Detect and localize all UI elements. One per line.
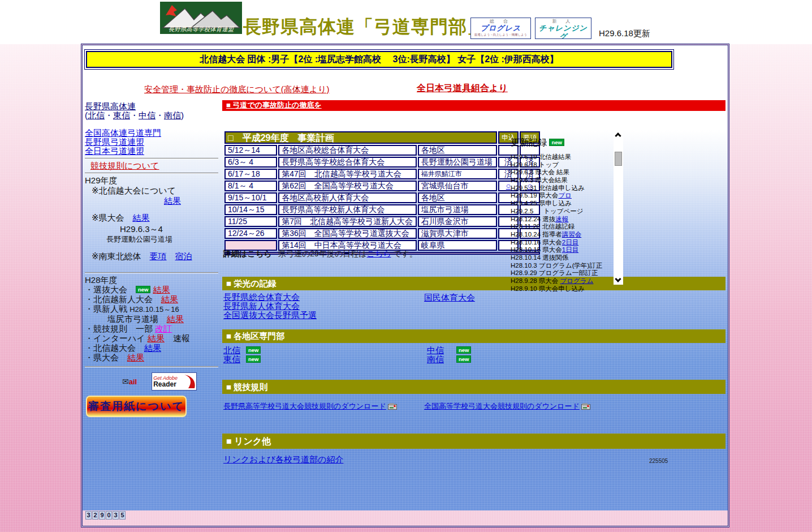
district-links-left: 北信new 東信new <box>223 346 261 364</box>
banner-progress[interactable]: 総 合 プログレス 前進しよう・向上しよう・飛躍しよう <box>470 18 531 39</box>
update-entry: H28.9.28 県大会 プログラム <box>511 277 698 285</box>
detail-text: 県弓連の29年度の日程はこちら です。 <box>278 249 417 259</box>
update-link[interactable]: プロ <box>558 192 572 199</box>
h28-kentaikai-label: ・県大会 <box>85 353 119 362</box>
update-link[interactable]: 2日目 <box>562 239 578 246</box>
new-badge: new <box>456 346 471 354</box>
districts-section-header: ■ 各地区専門部 <box>222 329 725 343</box>
download-icon <box>581 403 590 410</box>
banner-challenging[interactable]: 新 人 チャレンジング 挑戦的に・意欲的に・やりがいを求めよう <box>535 18 591 39</box>
accident-prevention-banner: ■ 弓道での事故防止の徹底を <box>222 100 725 111</box>
adobe-reader-button[interactable]: Get Adobe Reader <box>152 372 197 391</box>
update-entry: H28.9.29 プログラム一部訂正 <box>511 269 698 277</box>
new-badge: new <box>246 355 261 363</box>
update-text: H29.6.18 トップ <box>511 161 559 168</box>
update-entry: H29.6.3 県大会 結果 <box>511 168 698 176</box>
h28-kentaikai-result-link[interactable]: 結果 <box>127 353 144 362</box>
h28-hokushinetsu-taikai-result-link[interactable]: 結果 <box>144 343 161 353</box>
dot-separator: ・ <box>293 84 300 94</box>
h28-year-label: H28年度 <box>85 276 222 285</box>
h29-kentaikai-label: ※県大会 <box>92 213 124 222</box>
update-entry: H29.6.3 県大会結果 <box>511 176 698 184</box>
h29-nantohoku-yoko-link[interactable]: 要項 <box>150 251 167 261</box>
schedule-row: 11/25第7回 北信越高等学校弓道新人大会石川県金沢市 <box>224 216 540 227</box>
apply-circle-link[interactable]: ○ <box>506 181 511 190</box>
banner-progress-main: プログレス <box>471 24 530 32</box>
rules-download-zenkoku-link[interactable]: 全国高等学校弓道大会競技規則のダウンロード <box>424 402 580 410</box>
glory-links-left: 長野県総合体育大会長野県新人体育大会全国選抜大会長野県予選 <box>223 293 317 320</box>
update-text: H29.6.3 県大会結果 <box>511 177 568 183</box>
update-link[interactable]: 1日目 <box>562 246 578 253</box>
region-link-hokushin[interactable]: 北信 <box>88 110 105 120</box>
sidebar-link-kenkyudo[interactable]: 長野県弓道連盟 <box>85 137 144 147</box>
sidebar-link-koutairen[interactable]: 長野県高体連 <box>85 101 136 111</box>
update-text: H29.4.25 県申し込み <box>511 200 572 207</box>
h28-kenshinjin-result-link[interactable]: 結果 <box>167 314 184 324</box>
update-entry: H28.12.24 選抜速報 <box>511 215 698 223</box>
glory-link[interactable]: 長野県総合体育大会 <box>223 292 300 302</box>
adobe-reader-label: Reader <box>153 381 184 388</box>
scroll-down-icon[interactable] <box>615 276 621 282</box>
h29-nantohoku-shukuhaku-link[interactable]: 宿泊 <box>175 251 192 261</box>
download-icon <box>388 403 397 410</box>
district-link-toshin[interactable]: 東信 <box>223 354 240 364</box>
mail-icon[interactable]: ✉ail <box>122 377 137 387</box>
banner-progress-slogan: 前進しよう・向上しよう・飛躍しよう <box>474 32 528 36</box>
kyudogu-union-link[interactable]: 全日本弓道具組合より <box>417 83 508 95</box>
region-link-toshin[interactable]: 東信 <box>113 110 130 120</box>
update-log-title-text: 更新記録 <box>511 138 547 147</box>
update-entry: H28.10.16 県大会2日目 <box>511 238 698 246</box>
update-text: H28.9.10 県大会申し込み <box>511 285 585 292</box>
update-link[interactable]: プログラム <box>560 277 594 284</box>
sidebar-link-zennihon-kyudo[interactable]: 全日本弓道連盟 <box>85 146 144 156</box>
shinsa-button[interactable]: 審査用紙について <box>86 396 187 417</box>
links-section-header: ■ リンク他 <box>222 434 725 449</box>
update-entry: H29.2.5 トップページ <box>511 207 698 215</box>
update-entry: H28.10.3 プログラム(学年)訂正 <box>511 261 698 269</box>
update-text: H28.9.28 県大会 <box>511 277 560 284</box>
glory-link[interactable]: 全国選抜大会長野県予選 <box>223 310 317 320</box>
schedule-table: □ 平成29年度 事業計画 申込 要項 5/12～14各地区高校総合体育大会各地… <box>223 130 541 256</box>
h28-hokushinetsu-shinjin-result-link[interactable]: 結果 <box>161 294 178 304</box>
h28-interhigh-result-link[interactable]: 結果 <box>148 333 165 343</box>
h28-senbatsu-label: ・選抜大会 <box>85 285 127 294</box>
glory-link-kokutai[interactable]: 国民体育大会 <box>424 293 475 302</box>
scrollbar-thumb[interactable] <box>615 152 622 166</box>
detail-kochira-link[interactable]: こちら <box>367 249 391 258</box>
counter-digit: 0 <box>106 511 112 520</box>
h28-sokuho-label: 速報 <box>173 333 190 343</box>
update-log-scrollbar[interactable] <box>614 130 623 285</box>
glory-link[interactable]: 長野県新人体育大会 <box>223 301 300 311</box>
region-link-chushin[interactable]: 中信 <box>139 110 156 120</box>
district-link-hokushin[interactable]: 北信 <box>223 345 240 355</box>
new-badge: new <box>246 346 261 354</box>
update-text: H28.10.16 県大会 <box>511 239 562 246</box>
mail-label: ail <box>129 377 137 386</box>
scroll-up-icon[interactable] <box>615 132 621 139</box>
schedule-row: 8/1～ 4第62回 全国高等学校弓道大会宮城県仙台市○○ <box>224 181 540 191</box>
schedule-row: 12/24～26第36回 全国高等学校弓道選抜大会滋賀県大津市 <box>224 228 540 239</box>
safety-link[interactable]: 安全管理・事故防止の徹底について(高体連より) <box>144 84 329 95</box>
region-link-nanshin[interactable]: 南信 <box>164 110 181 120</box>
update-text: H28.12.24 選抜 <box>511 216 555 222</box>
federation-logo[interactable]: 長野県高等学校体育連盟 <box>160 2 242 34</box>
h28-kaitei-link[interactable]: 改訂 <box>155 324 172 333</box>
new-badge: new <box>136 286 150 293</box>
rules-download-nagano-link[interactable]: 長野県高等学校弓道大会競技規則のダウンロード <box>223 402 386 410</box>
h29-hokushinetsu-result-link[interactable]: 結果 <box>164 196 181 205</box>
h29-kentaikai-venue: 長野運動公園弓道場 <box>106 235 222 244</box>
update-entry: H28.11.20 北信越記録 <box>511 222 698 230</box>
schedule-row: 9/15～10/1各地区高校新人体育大会各地区 <box>224 192 540 203</box>
club-intro-link[interactable]: リンクおよび各校弓道部の紹介 <box>223 454 343 464</box>
update-link[interactable]: 速報 <box>555 216 568 222</box>
h29-kentaikai-result-link[interactable]: 結果 <box>133 213 150 222</box>
h28-kenshinjin-date: H28.10.15～16 <box>129 305 179 314</box>
district-link-nanshin[interactable]: 南信 <box>427 354 444 364</box>
h28-senbatsu-result-link[interactable]: 結果 <box>153 285 170 294</box>
update-link[interactable]: 講習会 <box>562 231 582 238</box>
banner-progress-label: 総 合 <box>471 19 530 24</box>
sidebar-link-rules[interactable]: 競技規則について <box>90 161 159 170</box>
update-entry: H29.5.19 県大会プロ <box>511 191 698 199</box>
sidebar-link-zenkoku-koutairen[interactable]: 全国高体連弓道専門 <box>85 128 161 138</box>
district-link-chushin[interactable]: 中信 <box>427 345 444 355</box>
